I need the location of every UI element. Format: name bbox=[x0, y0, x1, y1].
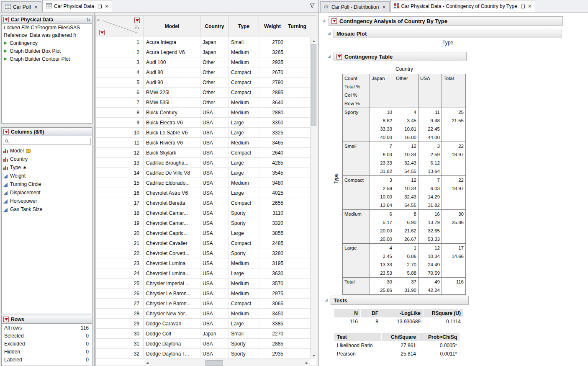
contingency-cell[interactable]: 1210.3432.4354.55 bbox=[394, 176, 419, 210]
cell-country[interactable]: USA bbox=[200, 188, 229, 198]
contingency-row-label[interactable]: Total bbox=[343, 278, 370, 295]
table-row[interactable]: 5Audi 90OtherCompact2790 bbox=[96, 77, 310, 88]
table-row[interactable]: 24Chevrolet Lumina...USALarge3630 bbox=[96, 268, 310, 278]
cell-type[interactable]: Compact bbox=[229, 198, 259, 208]
cell-weight[interactable]: 3855 bbox=[259, 228, 286, 238]
cell-type[interactable]: Medium bbox=[229, 178, 259, 188]
cell-rownum[interactable]: 14 bbox=[96, 168, 144, 178]
cell-weight[interactable]: 3195 bbox=[259, 258, 286, 268]
close-icon[interactable]: × bbox=[382, 5, 385, 10]
rows-menu-icon[interactable] bbox=[99, 30, 105, 35]
vertical-scrollbar[interactable]: ▲ ▼ bbox=[310, 37, 317, 359]
cell-rownum[interactable]: 25 bbox=[96, 278, 144, 288]
column-item-country[interactable]: Country bbox=[2, 155, 92, 163]
cell-country[interactable]: USA bbox=[200, 118, 229, 127]
cell-type[interactable]: Small bbox=[229, 37, 259, 47]
tab-contingency-report[interactable]: Car Physical Data - Contingency of Count… bbox=[390, 0, 535, 12]
column-item-turning-circle[interactable]: Turning Circle bbox=[2, 180, 92, 188]
cell-turning[interactable] bbox=[286, 289, 310, 298]
cell-turning[interactable] bbox=[286, 218, 310, 228]
cell-country[interactable]: USA bbox=[200, 228, 229, 238]
cell-country[interactable]: USA bbox=[200, 309, 229, 318]
cell-weight[interactable]: 3545 bbox=[259, 168, 286, 178]
cell-turning[interactable] bbox=[286, 339, 310, 348]
contingency-cell[interactable]: 108.6233.3340.00 bbox=[370, 108, 394, 142]
cell-rownum[interactable]: 18 bbox=[96, 208, 144, 218]
column-item-horsepower[interactable]: Horsepower bbox=[2, 197, 92, 205]
cell-turning[interactable] bbox=[286, 178, 310, 188]
tab-distribution-report[interactable]: Car Poll - Distribution × bbox=[320, 1, 390, 12]
cell-type[interactable]: Medium bbox=[229, 138, 259, 147]
cell-weight[interactable]: 3280 bbox=[259, 248, 286, 258]
disclosure-icon[interactable]: ◢ bbox=[328, 54, 331, 58]
cell-country[interactable]: USA bbox=[200, 208, 229, 218]
cell-rownum[interactable]: 11 bbox=[96, 138, 144, 147]
cell-type[interactable]: Medium bbox=[229, 278, 259, 288]
red-triangle-menu-icon[interactable] bbox=[336, 54, 342, 59]
cell-model[interactable]: BMW 325i bbox=[144, 88, 200, 97]
cell-weight[interactable]: 2880 bbox=[259, 108, 286, 117]
cell-rownum[interactable]: 28 bbox=[96, 309, 144, 318]
cell-model[interactable]: Chevrolet Camar... bbox=[144, 208, 200, 218]
cell-country[interactable]: USA bbox=[200, 339, 229, 348]
cell-model[interactable]: Chrysler Le Baron... bbox=[144, 299, 200, 308]
vertical-scroll-thumb[interactable] bbox=[311, 44, 316, 126]
table-row[interactable]: 9Buick Electra V6USALarge3350 bbox=[96, 118, 310, 128]
cell-weight[interactable]: 3480 bbox=[259, 178, 286, 188]
cell-model[interactable]: Chevrolet Capric... bbox=[144, 228, 200, 238]
table-row[interactable]: 21Chevrolet CavalierUSACompact2485 bbox=[96, 238, 310, 248]
contingency-col-header[interactable]: Japan bbox=[370, 74, 394, 108]
cell-country[interactable]: Japan bbox=[200, 37, 229, 47]
contingency-cell[interactable]: 32.596.1213.64 bbox=[419, 142, 442, 176]
cell-type[interactable]: Compact bbox=[229, 88, 259, 97]
contingency-cell[interactable]: 1613.7932.6553.33 bbox=[419, 210, 442, 244]
cell-rownum[interactable]: 32 bbox=[96, 349, 144, 358]
cell-rownum[interactable]: 29 bbox=[96, 319, 144, 328]
disclosure-icon[interactable]: ◢ bbox=[325, 298, 328, 302]
cell-turning[interactable] bbox=[286, 88, 310, 97]
close-icon[interactable]: × bbox=[105, 4, 108, 9]
cell-model[interactable]: Chevrolet Astro V6 bbox=[144, 188, 200, 198]
columns-menu-icon[interactable] bbox=[134, 18, 140, 23]
contingency-cell[interactable]: 1714.66 bbox=[442, 244, 466, 278]
cell-model[interactable]: Buick Riviera V6 bbox=[144, 138, 200, 147]
cell-turning[interactable] bbox=[286, 158, 310, 168]
cell-turning[interactable] bbox=[286, 148, 310, 157]
horizontal-scroll-thumb[interactable] bbox=[205, 360, 223, 366]
cell-type[interactable]: Large bbox=[229, 188, 259, 198]
contingency-row-label[interactable]: Large bbox=[343, 244, 370, 278]
cell-turning[interactable] bbox=[286, 238, 310, 248]
rows-stat-item[interactable]: Selected0 bbox=[2, 332, 92, 340]
rows-stat-item[interactable]: Labeled0 bbox=[2, 356, 92, 363]
cell-rownum[interactable]: 13 bbox=[96, 158, 144, 168]
cell-weight[interactable]: 3110 bbox=[259, 208, 286, 218]
cell-turning[interactable] bbox=[286, 329, 310, 338]
cell-country[interactable]: USA bbox=[200, 258, 229, 268]
cell-type[interactable]: Large bbox=[229, 168, 259, 178]
cell-rownum[interactable]: 24 bbox=[96, 268, 144, 278]
table-row[interactable]: 15Cadillac Eldorado...USAMedium3480 bbox=[96, 178, 310, 188]
cell-weight[interactable]: 2655 bbox=[259, 198, 286, 208]
contingency-col-header[interactable]: USA bbox=[419, 74, 442, 108]
table-row[interactable]: 3Audi 100OtherMedium2935 bbox=[96, 57, 310, 67]
contingency-cell[interactable]: 3731.90 bbox=[394, 278, 419, 295]
scroll-right-icon[interactable]: ▶ bbox=[303, 360, 310, 366]
cell-turning[interactable] bbox=[286, 309, 310, 318]
cell-turning[interactable] bbox=[286, 319, 310, 328]
cell-country[interactable]: USA bbox=[200, 128, 229, 137]
table-row[interactable]: 28Chrysler New Yor...USAMedium3450 bbox=[96, 309, 310, 319]
contingency-row-label[interactable]: Compact bbox=[343, 176, 370, 210]
cell-rownum[interactable]: 30 bbox=[96, 329, 144, 338]
contingency-cell[interactable]: 2218.97 bbox=[442, 176, 466, 210]
cell-rownum[interactable]: 15 bbox=[96, 178, 144, 188]
cell-weight[interactable]: 3065 bbox=[259, 299, 286, 308]
cell-rownum[interactable]: 22 bbox=[96, 248, 144, 258]
column-item-type[interactable]: Type✱ bbox=[2, 163, 92, 172]
cell-model[interactable]: Cadillac Eldorado... bbox=[144, 178, 200, 188]
filter-funnel-icon[interactable] bbox=[309, 3, 315, 10]
table-row[interactable]: 20Chevrolet Capric...USALarge3855 bbox=[96, 228, 310, 238]
red-triangle-menu-icon[interactable] bbox=[3, 17, 9, 22]
cell-type[interactable]: Large bbox=[229, 319, 259, 328]
cell-type[interactable]: Medium bbox=[229, 47, 259, 57]
tab-car-physical-data[interactable]: Car Physical Data × bbox=[42, 0, 112, 12]
